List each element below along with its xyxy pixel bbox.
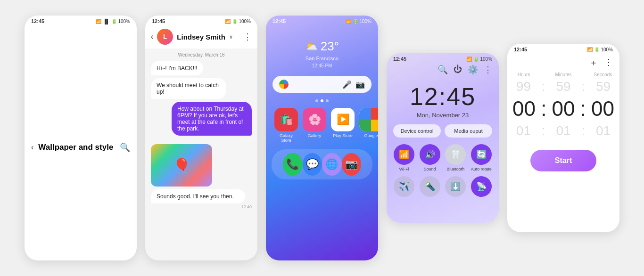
wifi-toggle-icon: 📶 — [394, 144, 414, 165]
seconds-top: 59 — [587, 79, 619, 94]
toggle-label: Sound — [424, 167, 436, 171]
add-icon[interactable]: ＋ — [589, 57, 598, 68]
qs-toggle-rotate[interactable]: 🔄 Auto rotate — [471, 144, 493, 171]
qs-toggle-airplane[interactable]: ✈️ — [393, 176, 415, 197]
hours-label: Hours — [507, 72, 540, 77]
search-bar[interactable]: 🎤 📷 — [272, 76, 372, 93]
clock-display: 12:45 Mon, November 23 — [387, 79, 499, 121]
app-gallery[interactable]: 🌸 Gallery — [303, 108, 326, 143]
chat-date: Wednesday, March 16 — [145, 49, 257, 59]
app-google[interactable]: Google — [359, 108, 378, 143]
status-icons-4: 📶 🔋 100% — [466, 57, 492, 62]
seconds-main: 00 — [586, 97, 619, 121]
minutes-main: 00 — [546, 97, 580, 121]
chat-back-icon[interactable]: ‹ — [151, 32, 153, 41]
status-icons-2: 📶 🔋 100% — [225, 19, 251, 24]
status-bar-5: 12:45 📶 🔋 100% — [507, 44, 619, 53]
qs-toggle-datasaver[interactable]: ⬇️ — [445, 176, 467, 197]
dock-messages[interactable]: 💬 — [303, 153, 322, 176]
wifi-icon: 📶 — [96, 19, 101, 24]
qs-toggles: 📶 Wi-Fi 🔊 Sound 🦷 Bluetooth 🔄 Auto rotat… — [387, 141, 499, 174]
timer-top-actions: ＋ ⋮ — [507, 53, 619, 70]
toggle-label: Auto rotate — [471, 167, 492, 171]
status-bar-1: 12:45 📶 ▐▌ 🔋 100% — [25, 16, 137, 25]
settings-icon[interactable]: ⚙️ — [468, 65, 478, 75]
chevron-down-icon: ∨ — [229, 34, 233, 40]
news-icon: 📡 — [471, 176, 492, 197]
message-time: 12:40 — [151, 204, 252, 209]
status-time-4: 12:45 — [393, 56, 406, 62]
chat-messages: Hi~! I'm BACK!!! We should meet to catch… — [145, 59, 257, 211]
status-bar-2: 12:45 📶 🔋 100% — [145, 16, 257, 25]
device-control-btn[interactable]: Device control — [393, 124, 441, 138]
google-logo — [279, 80, 289, 89]
dock: 📞 💬 🌐 📷 — [272, 149, 372, 179]
bubble-content: Sounds good. I'll see you then. — [151, 189, 245, 203]
app-label: Gallery — [308, 133, 322, 138]
colon1: : — [540, 79, 547, 94]
mic-icon[interactable]: 🎤 — [342, 80, 352, 89]
power-icon[interactable]: ⏻ — [454, 65, 462, 75]
status-icons-5: 📶 🔋 100% — [587, 47, 613, 52]
qs-toggle-flashlight[interactable]: 🔦 — [419, 176, 441, 197]
app-play-store[interactable]: ▶️ Play Store — [331, 108, 355, 143]
seconds-bottom: 01 — [587, 123, 619, 138]
more-options-icon[interactable]: ⋮ — [243, 32, 252, 42]
back-arrow-icon[interactable]: ‹ — [31, 143, 33, 152]
dock-camera[interactable]: 📷 — [342, 153, 362, 176]
phone-timer: 12:45 📶 🔋 100% ＋ ⋮ Hours Minutes Seconds… — [507, 44, 619, 232]
airplane-icon: ✈️ — [394, 176, 414, 197]
battery-icon: 🔋 100% — [111, 19, 130, 24]
battery-icon: 🔋 100% — [232, 19, 251, 24]
message-bubble-left: Sounds good. I'll see you then. 12:40 — [151, 189, 252, 209]
bubble-content: How about on Thursday at 6PM? If you are… — [172, 102, 252, 136]
weather-location: San Francisco — [266, 56, 378, 63]
seconds-label: Seconds — [586, 72, 619, 77]
qs-toggle-bluetooth[interactable]: 🦷 Bluetooth — [445, 144, 467, 171]
battery-icon: 🔋 100% — [473, 57, 492, 62]
wifi-icon: 📶 — [346, 19, 351, 24]
clock-time: 12:45 — [387, 82, 499, 111]
start-button[interactable]: Start — [530, 150, 596, 171]
message-text: How about on Thursday at 6PM? If you are… — [177, 106, 244, 132]
chat-image: 🎈 — [151, 144, 212, 187]
message-bubble: Hi~! I'm BACK!!! — [151, 61, 203, 75]
timer-scroll-top: 99 : 59 : 59 — [507, 77, 619, 96]
lens-icon[interactable]: 📷 — [355, 80, 365, 89]
phone-quick-settings: 12:45 📶 🔋 100% 🔍 ⏻ ⚙️ ⋮ 12:45 Mon, Novem… — [387, 53, 499, 223]
minutes-bottom: 01 — [547, 123, 580, 138]
dock-phone[interactable]: 📞 — [283, 153, 303, 176]
status-bar-4: 12:45 📶 🔋 100% — [387, 53, 499, 63]
dock-internet[interactable]: 🌐 — [322, 153, 342, 176]
colon3: : — [540, 123, 547, 138]
chat-header: ‹ L Lindsey Smith ∨ ⋮ — [145, 25, 257, 49]
app-icon-img: 🌸 — [303, 108, 326, 131]
media-output-btn[interactable]: Media ouput — [445, 124, 492, 138]
colon-main2: : — [580, 97, 586, 121]
signal-icon: ▐▌ — [103, 19, 109, 24]
toggle-label: Bluetooth — [446, 167, 464, 171]
wifi-icon: 📶 — [466, 57, 472, 62]
rotate-toggle-icon: 🔄 — [471, 144, 492, 165]
qs-toggle-wifi[interactable]: 📶 Wi-Fi — [393, 144, 415, 171]
page-dots — [266, 99, 378, 102]
status-bar-3: 12:45 📶 🔋 100% — [266, 16, 378, 25]
app-galaxy-store[interactable]: 🛍️ Galaxy Store — [274, 108, 298, 143]
toggle-label: Wi-Fi — [399, 167, 409, 171]
more-icon[interactable]: ⋮ — [484, 65, 492, 75]
timer-scroll-bottom: 01 : 01 : 01 — [507, 122, 619, 140]
app-label: Play Store — [333, 133, 353, 138]
timer-labels-row: Hours Minutes Seconds — [507, 70, 619, 77]
search-icon[interactable]: 🔍 — [438, 65, 448, 75]
app-grid: 🛍️ Galaxy Store 🌸 Gallery ▶️ Play Store … — [266, 105, 378, 146]
colon-main1: : — [541, 97, 546, 121]
chat-avatar: L — [157, 29, 173, 45]
bluetooth-toggle-icon: 🦷 — [445, 144, 466, 165]
weather-widget: ⛅ 23° — [266, 25, 378, 56]
search-icon[interactable]: 🔍 — [120, 142, 130, 153]
qs-toggle-news[interactable]: 📡 — [471, 176, 493, 197]
weather-icon: ⛅ — [305, 41, 318, 53]
qs-toggle-sound[interactable]: 🔊 Sound — [419, 144, 441, 171]
more-icon[interactable]: ⋮ — [604, 57, 613, 68]
timer-main-display: 00 : 00 : 00 — [507, 96, 619, 122]
